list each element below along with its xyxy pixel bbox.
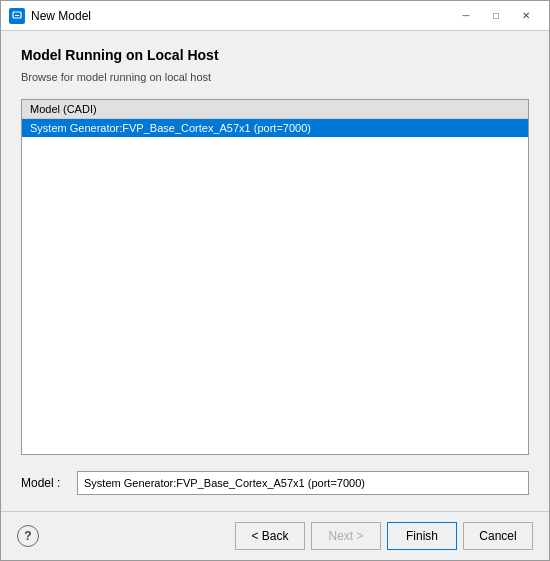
footer-buttons: < Back Next > Finish Cancel	[39, 522, 533, 550]
titlebar: New Model ─ □ ✕	[1, 1, 549, 31]
svg-rect-1	[15, 15, 19, 16]
titlebar-buttons: ─ □ ✕	[451, 5, 541, 27]
footer: ? < Back Next > Finish Cancel	[1, 511, 549, 560]
model-input[interactable]	[77, 471, 529, 495]
help-button[interactable]: ?	[17, 525, 39, 547]
window: New Model ─ □ ✕ Model Running on Local H…	[0, 0, 550, 561]
window-title: New Model	[31, 9, 451, 23]
list-header: Model (CADI)	[22, 100, 528, 119]
back-button[interactable]: < Back	[235, 522, 305, 550]
cancel-button[interactable]: Cancel	[463, 522, 533, 550]
main-content: Model Running on Local Host Browse for m…	[1, 31, 549, 511]
finish-button[interactable]: Finish	[387, 522, 457, 550]
minimize-button[interactable]: ─	[451, 5, 481, 27]
page-subtitle: Browse for model running on local host	[21, 71, 529, 83]
model-label: Model :	[21, 476, 69, 490]
model-list-container: Model (CADI) System Generator:FVP_Base_C…	[21, 99, 529, 455]
window-icon	[9, 8, 25, 24]
model-field-row: Model :	[21, 471, 529, 495]
maximize-button[interactable]: □	[481, 5, 511, 27]
list-item[interactable]: System Generator:FVP_Base_Cortex_A57x1 (…	[22, 119, 528, 137]
close-button[interactable]: ✕	[511, 5, 541, 27]
next-button[interactable]: Next >	[311, 522, 381, 550]
page-title: Model Running on Local Host	[21, 47, 529, 63]
